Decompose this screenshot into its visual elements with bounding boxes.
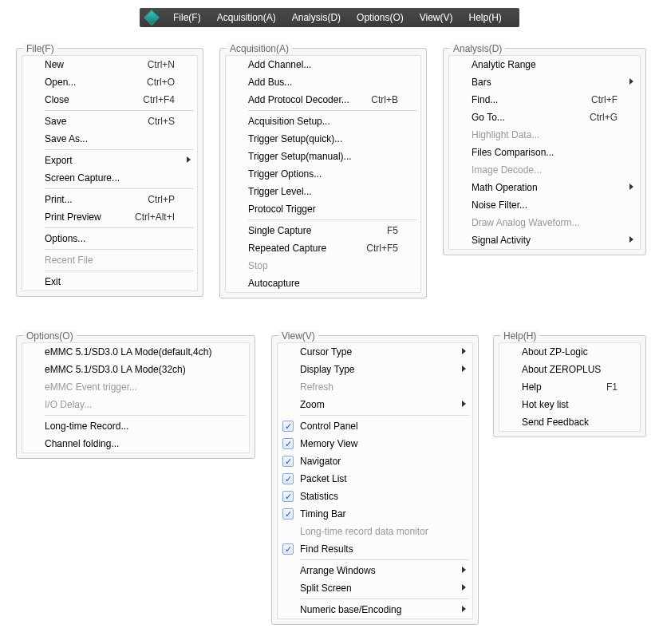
menu-item[interactable]: Hot key list [499,396,640,413]
menubar-item-view[interactable]: View(V) [412,8,461,27]
menu-item[interactable]: SaveCtrl+S [22,113,197,130]
menu-item[interactable]: Trigger Options... [226,165,420,183]
menu-item[interactable]: Split Screen [278,579,472,597]
menu-item-label: Print... [45,194,132,205]
menu-item[interactable]: ✓Find Results [278,540,472,558]
menu-item[interactable]: Repeated CaptureCtrl+F5 [226,239,420,257]
menu-item[interactable]: Bars [449,73,640,91]
menu-item-label: Channel folding... [45,438,227,449]
menu-item[interactable]: Zoom [278,396,472,413]
menu-item[interactable]: Save As... [22,130,197,148]
menu-item-shortcut: Ctrl+P [148,194,175,205]
check-icon: ✓ [282,456,294,467]
menubar-item-acquisition[interactable]: Acquisition(A) [209,8,284,27]
menubar-item-file[interactable]: File(F) [165,8,209,27]
menu-separator [300,559,469,560]
menu-item-label: Repeated Capture [248,243,350,254]
menu-item: Recent File [22,251,197,269]
menu-item[interactable]: Display Type [278,361,472,378]
menu-item[interactable]: About ZEROPLUS [499,361,640,378]
menu-item-label: Memory View [300,438,450,449]
menu-item-label: eMMC 5.1/SD3.0 LA Mode(32ch) [45,364,227,375]
menu-item-label: I/O Delay... [45,399,227,410]
menu-item[interactable]: Screen Capture... [22,169,197,187]
menu-item[interactable]: Acquisition Setup... [226,113,420,130]
menu-separator [45,188,194,189]
menu-item-label: Numeric base/Encoding [300,604,450,615]
menu-item[interactable]: Autocapture [226,275,420,292]
menu-item[interactable]: eMMC 5.1/SD3.0 LA Mode(32ch) [22,361,249,378]
menu-item-label: Packet List [300,473,450,484]
menu-item[interactable]: Add Protocol Decoder...Ctrl+B [226,91,420,109]
menu-item[interactable]: Numeric base/Encoding [278,601,472,618]
menu-item[interactable]: Analytic Range [449,56,640,73]
menu-item[interactable]: Print...Ctrl+P [22,191,197,208]
menu-item[interactable]: Cursor Type [278,343,472,361]
menu-item[interactable]: Signal Activity [449,231,640,249]
menu-panel-title: File(F) [23,43,57,54]
menu-item[interactable]: HelpF1 [499,378,640,396]
menu-item[interactable]: Options... [22,230,197,247]
menu-item[interactable]: Open...Ctrl+O [22,73,197,91]
menu-item[interactable]: Send Feedback [499,413,640,431]
menu-item[interactable]: Single CaptureF5 [226,222,420,239]
menu-item: Image Decode... [449,161,640,179]
menu-item[interactable]: Channel folding... [22,435,249,452]
menu-item[interactable]: ✓Memory View [278,435,472,452]
menu-separator [248,219,417,220]
menu-item[interactable]: Noise Filter... [449,196,640,214]
menu-item-label: Add Bus... [248,77,398,88]
menu-item[interactable]: Add Bus... [226,73,420,91]
menu-item-label: Export [45,155,175,166]
menu-item[interactable]: Trigger Setup(quick)... [226,130,420,148]
menu-item-label: Long-time record data monitor [300,526,450,537]
menu-item[interactable]: About ZP-Logic [499,343,640,361]
menu-item[interactable]: Trigger Level... [226,183,420,200]
menu-item-label: eMMC 5.1/SD3.0 LA Mode(default,4ch) [45,346,227,358]
menu-item[interactable]: ✓Statistics [278,488,472,505]
menubar-item-analysis[interactable]: Analysis(D) [284,8,349,27]
menu-item-label: Analytic Range [472,59,618,70]
menu-item-label: Trigger Setup(quick)... [248,133,398,144]
menu-item[interactable]: NewCtrl+N [22,56,197,73]
menu-item[interactable]: ✓Control Panel [278,417,472,435]
check-icon: ✓ [282,491,294,502]
menu-separator [300,599,469,599]
menu-item[interactable]: Exit [22,273,197,290]
menu-item-label: Add Protocol Decoder... [248,94,355,105]
menu-item[interactable]: Export [22,152,197,169]
menu-panel-help: Help(H)About ZP-LogicAbout ZEROPLUSHelpF… [493,335,646,437]
menu-item[interactable]: Arrange Windows [278,562,472,579]
menu-item[interactable]: Find...Ctrl+F [449,91,640,109]
menu-item[interactable]: Protocol Trigger [226,200,420,218]
menu-item-label: Close [45,94,127,105]
menu-separator [45,227,194,228]
menu-item-label: Open... [45,77,131,88]
menu-item-shortcut: F1 [606,381,618,393]
menu-item[interactable]: Files Comparison... [449,144,640,161]
menu-item-label: Timing Bar [300,508,450,520]
menu-item-label: Files Comparison... [472,147,618,158]
menu-item[interactable]: Trigger Setup(manual)... [226,148,420,165]
menu-item-label: Control Panel [300,421,450,432]
menu-item-label: Noise Filter... [472,200,618,211]
menu-item[interactable]: ✓Navigator [278,452,472,470]
menu-item[interactable]: ✓Packet List [278,470,472,488]
menu-separator [45,110,194,111]
menu-item-label: Exit [45,276,175,287]
menu-item[interactable]: Long-time Record... [22,417,249,435]
menu-item[interactable]: ✓Timing Bar [278,505,472,523]
menubar-item-options[interactable]: Options(O) [349,8,412,27]
menubar-item-help[interactable]: Help(H) [461,8,510,27]
chevron-right-icon [462,606,466,612]
menu-item[interactable]: Math Operation [449,179,640,196]
menu-panel-title: Help(H) [500,330,539,342]
menu-item[interactable]: eMMC 5.1/SD3.0 LA Mode(default,4ch) [22,343,249,361]
menu-item[interactable]: Go To...Ctrl+G [449,109,640,126]
menu-item[interactable]: CloseCtrl+F4 [22,91,197,109]
menu-item-label: Trigger Level... [248,186,398,197]
menu-item[interactable]: Print PreviewCtrl+Alt+I [22,208,197,226]
menu-item-label: Recent File [45,255,175,266]
menu-item-label: Single Capture [248,225,371,236]
menu-item[interactable]: Add Channel... [226,56,420,73]
